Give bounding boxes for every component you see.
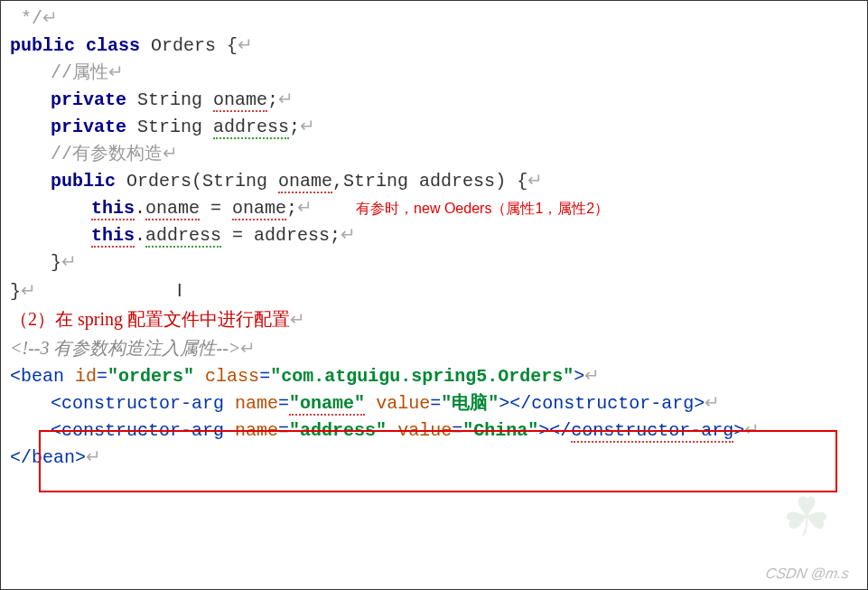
class-declaration: public class Orders {↵ bbox=[10, 33, 858, 60]
annotation-red: 有参时，new Oeders（属性1，属性2） bbox=[356, 201, 609, 216]
code-screenshot-container: */↵ public class Orders {↵ //属性↵ private… bbox=[0, 0, 868, 590]
keyword-class: class bbox=[86, 35, 140, 56]
field-oname: private String oname;↵ bbox=[10, 87, 858, 114]
close-constructor: }↵ bbox=[10, 249, 858, 276]
highlight-red-box bbox=[39, 430, 837, 492]
class-name: Orders bbox=[151, 35, 216, 56]
comment-close: */ bbox=[10, 8, 42, 29]
bean-open-tag: <bean id="orders" class="com.atguigu.spr… bbox=[10, 363, 858, 390]
watermark-text: CSDN @m.s bbox=[764, 563, 851, 585]
comment-prop: //属性 bbox=[51, 62, 108, 83]
constructor-signature: public Orders(String oname,String addres… bbox=[10, 168, 858, 195]
constructor-arg-oname: <constructor-arg name="oname" value="电脑"… bbox=[10, 390, 858, 417]
step-2-title: （2）在 spring 配置文件中进行配置↵ bbox=[10, 305, 858, 334]
comment-constructor: //有参数构造 bbox=[51, 144, 163, 164]
xml-comment: <!--3 有参数构造注入属性-->↵ bbox=[10, 334, 858, 363]
code-line: //有参数构造↵ bbox=[10, 141, 858, 168]
assign-address: this.address = address;↵ bbox=[10, 222, 858, 249]
close-class: }↵ I bbox=[10, 276, 858, 305]
text-cursor-icon: I bbox=[177, 276, 182, 304]
assign-oname: this.oname = oname;↵ 有参时，new Oeders（属性1，… bbox=[10, 195, 858, 222]
field-address: private String address;↵ bbox=[10, 114, 858, 141]
leaf-decoration-icon: ☘ bbox=[782, 481, 831, 562]
code-line: //属性↵ bbox=[10, 60, 858, 87]
code-line: */↵ bbox=[10, 5, 858, 33]
keyword-public: public bbox=[10, 35, 75, 56]
